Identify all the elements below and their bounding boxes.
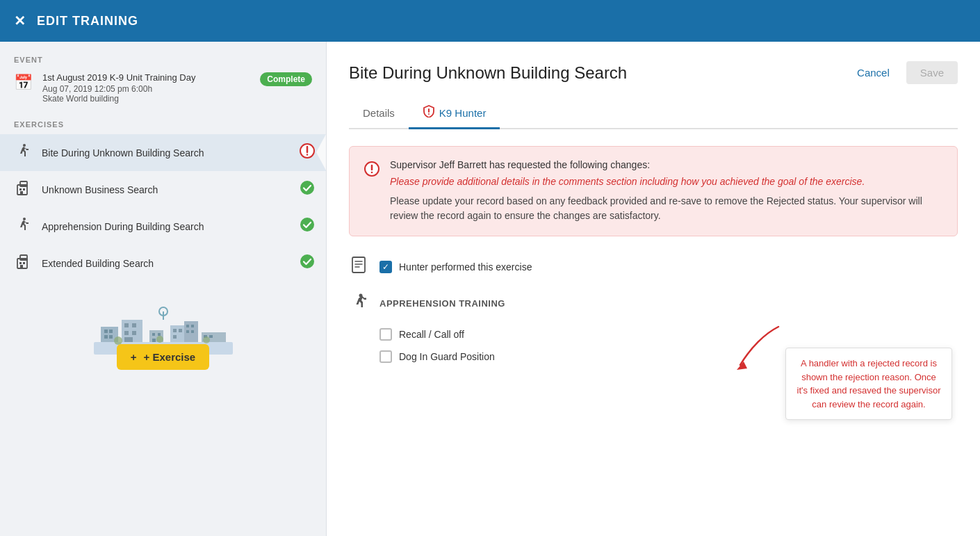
svg-point-10 [300,218,314,232]
sidebar: EVENT 📅 1st August 2019 K-9 Unit Trainin… [0,42,327,536]
svg-rect-21 [109,330,113,333]
event-location: Skate World building [42,94,250,104]
exercise-icon-building1 [14,179,33,200]
alert-shield-icon [423,105,435,120]
svg-point-47 [156,336,163,343]
svg-rect-37 [173,335,177,339]
svg-rect-14 [23,262,25,264]
alert-italic-text: Please provide additional details in the… [390,176,943,187]
event-details: 1st August 2019 K-9 Unit Training Day Au… [42,72,250,104]
exercise-item-apprehension[interactable]: Apprehension During Building Search [0,208,326,245]
hunter-performed-checkbox-row[interactable]: ✓ Hunter performed this exercise [379,261,532,273]
svg-rect-23 [109,335,113,339]
tab-details-label: Details [363,107,395,119]
add-exercise-button[interactable]: + + Exercise [117,344,209,370]
complete-icon-3 [300,254,315,273]
tab-k9hunter[interactable]: K9 Hunter [409,98,500,129]
exercise-name-apprehension: Apprehension During Building Search [42,221,291,232]
document-icon [349,256,368,278]
apprehension-section-label: APPREHENSION Training [379,298,505,309]
svg-rect-45 [209,335,213,338]
event-status-badge: Complete [260,72,312,86]
content-area: Bite During Unknown Building Search Canc… [327,42,980,536]
calendar-icon: 📅 [14,74,33,92]
exercise-item-bite-unknown[interactable]: Bite During Unknown Building Search [0,134,326,171]
city-illustration: + + Exercise [0,289,326,384]
svg-rect-52 [352,257,365,273]
exercise-item-extended-building[interactable]: Extended Building Search [0,245,326,282]
alert-title: Supervisor Jeff Barrett has requested th… [390,159,943,170]
svg-rect-28 [132,331,136,335]
running-icon [349,292,368,314]
tooltip-text: A handler with a rejected record is show… [797,358,941,409]
svg-point-9 [23,218,26,220]
svg-rect-26 [132,323,136,327]
svg-rect-36 [179,329,182,332]
svg-point-49 [428,113,430,115]
exercise-item-unknown-business[interactable]: Unknown Business Search [0,171,326,208]
svg-rect-12 [20,255,27,260]
app-header: ✕ EDIT TRAINING [0,0,980,42]
close-button[interactable]: ✕ [14,13,26,29]
event-name: 1st August 2019 K-9 Unit Training Day [42,72,250,83]
svg-point-2 [307,154,308,155]
page-title: EDIT TRAINING [37,14,138,29]
svg-rect-13 [19,262,22,264]
exercises-section-label: EXERCISES [0,115,326,134]
svg-rect-6 [23,188,25,190]
svg-rect-20 [104,330,108,333]
tab-k9hunter-label: K9 Hunter [439,107,487,119]
svg-rect-27 [124,331,129,335]
dog-guard-checkbox[interactable] [379,350,392,363]
cancel-button[interactable]: Cancel [849,63,898,83]
exercise-icon-building2 [14,253,33,273]
alert-body-text: Please update your record based on any f… [390,194,943,223]
rejected-icon [300,143,315,162]
save-button[interactable]: Save [906,61,958,84]
svg-rect-4 [20,181,27,186]
hunter-performed-row: ✓ Hunter performed this exercise [349,256,958,278]
exercise-title: Bite During Unknown Building Search [349,63,627,83]
exercise-name-bite-unknown: Bite During Unknown Building Search [42,147,291,159]
svg-point-0 [23,144,26,147]
svg-rect-29 [124,337,133,342]
complete-icon-2 [300,217,315,236]
hunter-performed-label: Hunter performed this exercise [399,261,532,273]
rejection-alert: Supervisor Jeff Barrett has requested th… [349,146,958,236]
svg-rect-22 [104,335,108,339]
header-actions: Cancel Save [849,61,958,84]
svg-rect-41 [186,330,189,333]
svg-rect-35 [173,329,177,332]
plus-icon: + [131,351,137,363]
svg-point-48 [203,336,210,343]
svg-rect-42 [191,330,194,333]
exercise-icon-running [14,143,33,163]
exercise-name-unknown-business: Unknown Business Search [42,184,291,195]
recall-checkbox[interactable] [379,328,392,341]
apprehension-section-row: APPREHENSION Training [349,292,958,314]
svg-rect-39 [186,325,189,327]
svg-rect-31 [152,333,155,336]
add-exercise-label: + Exercise [144,351,196,363]
recall-checkbox-row[interactable]: Recall / Call off [379,328,958,341]
svg-rect-40 [191,325,194,327]
main-layout: EVENT 📅 1st August 2019 K-9 Unit Trainin… [0,42,980,536]
svg-point-16 [300,254,314,268]
complete-icon-1 [300,180,315,199]
svg-point-8 [300,181,314,195]
tooltip-annotation-box: A handler with a rejected record is show… [785,348,952,420]
svg-rect-15 [20,265,23,268]
svg-rect-7 [20,191,23,195]
svg-rect-32 [158,333,161,336]
exercise-name-extended-building: Extended Building Search [42,258,291,269]
svg-rect-5 [19,188,22,190]
svg-rect-25 [124,323,129,327]
exercise-icon-running2 [14,216,33,236]
alert-content: Supervisor Jeff Barrett has requested th… [390,159,943,223]
dog-guard-label: Dog In Guard Position [399,351,495,362]
tab-details[interactable]: Details [349,98,409,129]
hunter-performed-checkbox[interactable]: ✓ [379,261,392,273]
svg-point-51 [371,172,373,174]
alert-circle-icon [364,161,380,223]
event-section-label: EVENT [0,56,326,70]
